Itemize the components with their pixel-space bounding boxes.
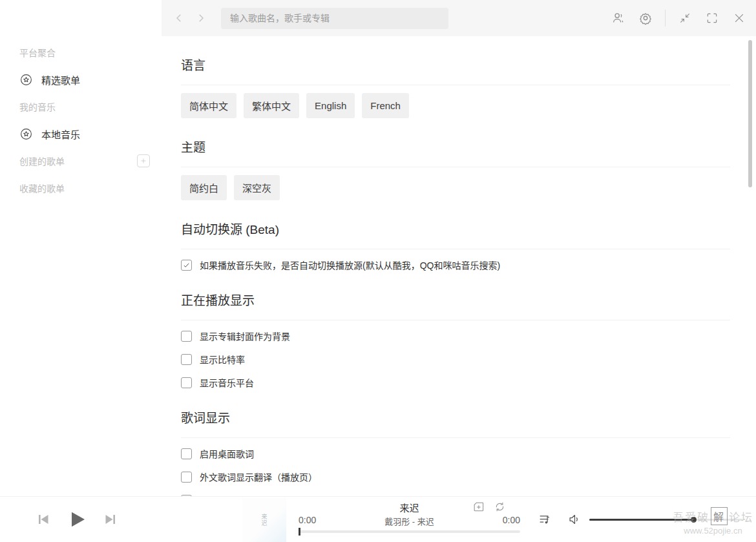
checkbox-unchecked-icon	[181, 448, 192, 459]
chevron-left-icon	[173, 12, 185, 24]
loop-icon	[494, 501, 506, 513]
sidebar-section-created-playlists: 创建的歌单	[0, 147, 162, 174]
close-button[interactable]	[731, 10, 747, 26]
language-options: 简体中文 繁体中文 English French	[181, 93, 730, 118]
star-circle-icon	[19, 73, 41, 87]
chevron-right-icon	[195, 12, 207, 24]
sidebar-item-label: 本地音乐	[41, 127, 80, 141]
checkbox-unchecked-icon	[181, 472, 192, 483]
checkbox-label: 如果播放音乐失败，是否自动切换播放源(默认从酷我，QQ和咪咕音乐搜索)	[200, 258, 500, 271]
volume-fill	[589, 519, 693, 521]
section-title-language: 语言	[181, 36, 730, 85]
volume-icon	[567, 512, 582, 526]
next-track-icon	[103, 512, 118, 527]
close-icon	[733, 12, 746, 25]
topbar-separator	[665, 10, 666, 26]
add-playlist-button[interactable]	[137, 154, 150, 167]
section-title-lyrics: 歌词显示	[181, 389, 730, 438]
total-time: 0:00	[503, 515, 520, 525]
checkbox-unchecked-icon	[181, 331, 192, 342]
sidebar-section-label: 收藏的歌单	[19, 182, 65, 194]
volume-thumb[interactable]	[691, 517, 697, 523]
checkbox-row-show-music-platform[interactable]: 显示音乐平台	[181, 376, 730, 389]
sidebar-section-platform: 平台聚合	[0, 39, 162, 66]
album-art-text: 来迟	[260, 514, 269, 526]
sidebar-section-label: 创建的歌单	[19, 154, 65, 167]
star-circle-icon	[19, 127, 41, 141]
sidebar-section-label: 平台聚合	[19, 46, 56, 59]
top-bar	[162, 0, 756, 36]
checkbox-unchecked-icon	[181, 377, 192, 388]
song-artist: 戴羽彤 - 来迟	[299, 515, 520, 527]
previous-track-button[interactable]	[36, 512, 51, 527]
now-playing-info: 0:00 来迟 戴羽彤 - 来迟 0:00	[299, 497, 520, 542]
volume-slider[interactable]	[589, 519, 742, 521]
language-option-french[interactable]: French	[362, 93, 409, 118]
checkbox-checked-icon	[181, 260, 192, 271]
sidebar-item-featured-playlists[interactable]: 精选歌单	[0, 66, 162, 93]
nav-forward-button[interactable]	[193, 10, 209, 26]
progress-bar[interactable]	[299, 530, 520, 533]
language-option-english[interactable]: English	[306, 93, 355, 118]
add-to-playlist-button[interactable]	[472, 501, 485, 513]
player-right-controls	[530, 497, 756, 542]
checkbox-row-auto-switch-source[interactable]: 如果播放音乐失败，是否自动切换播放源(默认从酷我，QQ和咪咕音乐搜索)	[181, 258, 730, 271]
checkbox-row-show-bitrate[interactable]: 显示比特率	[181, 353, 730, 366]
sidebar-item-local-music[interactable]: 本地音乐	[0, 120, 162, 147]
fullscreen-icon	[706, 12, 719, 25]
settings-button[interactable]	[638, 10, 653, 26]
theme-options: 简约白 深空灰	[181, 175, 730, 200]
progress-thumb[interactable]	[299, 528, 300, 536]
checkbox-label: 显示音乐平台	[200, 376, 254, 389]
sidebar-section-collected-playlists: 收藏的歌单	[0, 174, 162, 202]
section-title-auto-source: 自动切换源 (Beta)	[181, 200, 730, 249]
playlist-icon	[538, 512, 552, 526]
checkbox-label: 启用桌面歌词	[200, 447, 254, 460]
section-title-theme: 主题	[181, 118, 730, 167]
language-option-traditional-chinese[interactable]: 繁体中文	[244, 93, 299, 118]
sidebar: 平台聚合 精选歌单 我的音乐 本地音乐 创建的歌单 收藏的歌单	[0, 0, 162, 496]
plus-icon	[140, 157, 147, 165]
checkbox-label: 显示比特率	[200, 353, 245, 366]
search-box	[221, 8, 448, 29]
checkbox-label: 外文歌词显示翻译（播放页）	[200, 470, 317, 483]
playback-controls	[0, 497, 162, 542]
nav-back-button[interactable]	[171, 10, 187, 26]
checkbox-row-album-cover-background[interactable]: 显示专辑封面作为背景	[181, 329, 730, 342]
theme-option-simple-white[interactable]: 简约白	[181, 175, 227, 200]
play-button[interactable]	[67, 509, 87, 530]
sidebar-section-label: 我的音乐	[19, 100, 56, 113]
checkbox-row-lyrics-translation-player[interactable]: 外文歌词显示翻译（播放页）	[181, 470, 730, 483]
language-option-simplified-chinese[interactable]: 简体中文	[181, 93, 236, 118]
playlist-button[interactable]	[538, 512, 552, 526]
checkbox-label: 显示专辑封面作为背景	[200, 329, 290, 342]
sidebar-item-label: 精选歌单	[41, 73, 80, 87]
sidebar-section-my-music: 我的音乐	[0, 93, 162, 120]
minimize-button[interactable]	[677, 10, 693, 26]
add-to-playlist-icon	[472, 501, 485, 513]
collapse-arrows-icon	[678, 12, 691, 25]
user-icon	[611, 11, 625, 25]
player-bar: 来迟 0:00 来迟 戴羽彤 - 来迟 0:00	[0, 496, 756, 542]
next-track-button[interactable]	[103, 512, 118, 527]
theme-option-deep-space-gray[interactable]: 深空灰	[234, 175, 280, 200]
settings-page: 语言 简体中文 繁体中文 English French 主题 简约白 深空灰 自…	[162, 36, 756, 496]
user-account-button[interactable]	[611, 10, 626, 26]
checkbox-unchecked-icon	[181, 354, 192, 365]
gear-icon	[638, 11, 653, 25]
checkbox-row-desktop-lyrics[interactable]: 启用桌面歌词	[181, 447, 730, 460]
fullscreen-button[interactable]	[704, 10, 720, 26]
previous-track-icon	[36, 512, 51, 527]
volume-button[interactable]	[567, 512, 582, 526]
play-icon	[67, 509, 87, 530]
search-input[interactable]	[221, 8, 448, 29]
play-mode-loop-button[interactable]	[494, 501, 506, 513]
content-scrollbar[interactable]	[748, 40, 752, 187]
section-title-now-playing: 正在播放显示	[181, 271, 730, 320]
album-art[interactable]: 来迟	[242, 497, 286, 542]
